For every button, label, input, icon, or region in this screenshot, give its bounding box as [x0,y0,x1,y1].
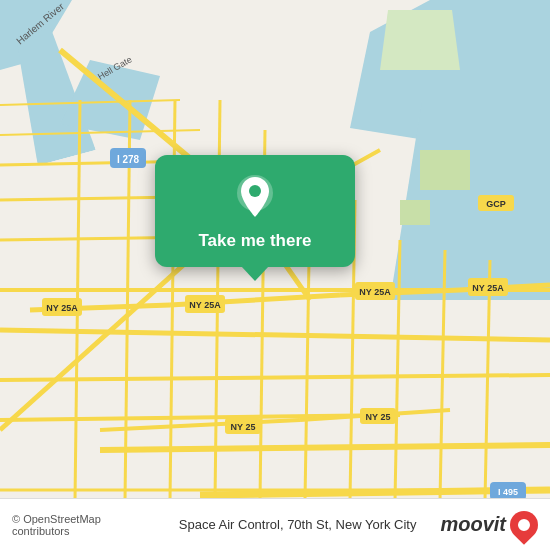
info-bar: © OpenStreetMap contributors Space Air C… [0,498,550,550]
svg-point-53 [249,185,261,197]
location-pin-icon [231,173,279,221]
svg-text:GCP: GCP [486,199,506,209]
svg-line-10 [0,100,180,105]
moovit-text: moovit [440,513,506,536]
svg-line-2 [0,375,550,380]
svg-line-29 [395,240,400,500]
location-label: Space Air Control, 70th St, New York Cit… [155,517,441,532]
road-network: I 278 NY 25A NY 25A NY 25A NY 25A NY 25 … [0,0,550,550]
svg-line-9 [0,130,200,135]
svg-text:NY 25: NY 25 [231,422,256,432]
moovit-logo: moovit [440,511,538,539]
map-attribution: © OpenStreetMap contributors [12,513,155,537]
svg-text:I 278: I 278 [117,154,140,165]
svg-text:NY 25A: NY 25A [359,287,391,297]
svg-line-19 [100,420,300,430]
take-me-there-card[interactable]: Take me there [155,155,355,267]
svg-text:NY 25A: NY 25A [189,300,221,310]
svg-line-1 [0,330,550,340]
svg-text:NY 25A: NY 25A [46,303,78,313]
svg-text:Harlem River: Harlem River [14,0,66,46]
svg-text:NY 25: NY 25 [366,412,391,422]
svg-text:I 495: I 495 [498,487,518,497]
moovit-pin-icon [504,505,544,545]
svg-text:Hell Gate: Hell Gate [96,54,134,81]
map-container: I 278 NY 25A NY 25A NY 25A NY 25A NY 25 … [0,0,550,550]
take-me-there-label: Take me there [198,231,311,251]
svg-line-4 [100,445,550,450]
svg-text:NY 25A: NY 25A [472,283,504,293]
